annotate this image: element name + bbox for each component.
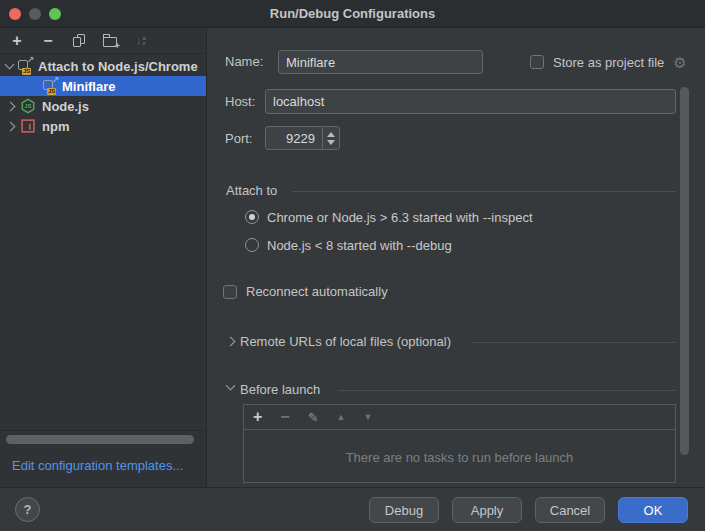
before-launch-panel: + − ✎ ▲ ▼ There are no tasks to run befo… xyxy=(243,404,676,483)
host-label: Host: xyxy=(225,94,255,109)
attach-inspect-radio-label[interactable]: Chrome or Node.js > 6.3 started with --i… xyxy=(267,210,533,225)
help-button[interactable]: ? xyxy=(15,497,40,522)
new-folder-icon[interactable]: + xyxy=(102,33,118,49)
port-stepper[interactable] xyxy=(322,126,340,150)
edit-configuration-templates-link[interactable]: Edit configuration templates... xyxy=(12,458,183,473)
debug-button[interactable]: Debug xyxy=(369,497,439,523)
main-vertical-scrollbar[interactable] xyxy=(680,87,689,455)
svg-text:JS: JS xyxy=(25,103,32,109)
name-label: Name: xyxy=(225,54,263,69)
dialog-footer: ? Debug Apply Cancel OK xyxy=(0,487,705,531)
port-label: Port: xyxy=(225,131,252,146)
tree-item-label: Node.js xyxy=(42,99,89,114)
apply-button[interactable]: Apply xyxy=(452,497,522,523)
stepper-down-icon[interactable] xyxy=(327,140,335,145)
copy-configuration-icon[interactable] xyxy=(71,33,87,49)
attach-nodejs-chrome-icon: ↗ JS xyxy=(42,78,59,94)
attach-debug-radio-label[interactable]: Node.js < 8 started with --debug xyxy=(267,238,452,253)
tree-item-label: Miniflare xyxy=(62,79,115,94)
attach-inspect-radio[interactable] xyxy=(245,210,259,224)
sidebar-divider xyxy=(0,430,207,431)
dialog-title: Run/Debug Configurations xyxy=(0,6,705,21)
chevron-right-icon[interactable] xyxy=(226,337,236,347)
edit-task-icon: ✎ xyxy=(308,410,319,425)
store-as-project-file-label: Store as project file xyxy=(553,55,664,70)
store-as-project-file-checkbox[interactable] xyxy=(530,55,544,69)
configurations-sidebar: + − + ↓ az ↗ JS Attach to Node.js/Chrome… xyxy=(0,28,207,487)
stepper-up-icon[interactable] xyxy=(327,132,335,137)
sidebar-horizontal-scrollbar[interactable] xyxy=(6,435,194,444)
remove-task-icon: − xyxy=(280,410,289,424)
nodejs-icon: JS xyxy=(20,98,36,114)
dialog-buttons: Debug Apply Cancel OK xyxy=(369,497,688,523)
gear-icon[interactable]: ⚙ xyxy=(673,55,686,70)
tree-item-label: npm xyxy=(42,119,69,134)
remove-configuration-icon[interactable]: − xyxy=(40,33,56,49)
move-down-icon: ▼ xyxy=(364,412,373,422)
tree-item-npm[interactable]: npm xyxy=(0,116,207,136)
tree-item-attach-group[interactable]: ↗ JS Attach to Node.js/Chrome xyxy=(0,56,207,76)
before-launch-toolbar: + − ✎ ▲ ▼ xyxy=(244,405,675,430)
configuration-form: Name: Store as project file ⚙ Host: Port… xyxy=(208,28,705,487)
host-input[interactable] xyxy=(265,89,676,114)
port-input[interactable] xyxy=(265,126,323,150)
title-bar: Run/Debug Configurations xyxy=(0,0,705,28)
tree-item-nodejs[interactable]: JS Node.js xyxy=(0,96,207,116)
section-divider xyxy=(471,342,676,343)
chevron-right-icon[interactable] xyxy=(6,121,16,131)
before-launch-section-title[interactable]: Before launch xyxy=(240,382,320,397)
name-input[interactable] xyxy=(278,50,483,74)
section-divider xyxy=(292,191,676,192)
reconnect-automatically-checkbox[interactable] xyxy=(223,285,237,299)
tree-item-miniflare[interactable]: ↗ JS Miniflare xyxy=(0,76,207,96)
chevron-down-icon[interactable] xyxy=(5,60,15,70)
sidebar-toolbar: + − + ↓ az xyxy=(0,28,206,54)
attach-debug-radio[interactable] xyxy=(245,238,259,252)
reconnect-group: Reconnect automatically xyxy=(223,284,388,299)
chevron-right-icon[interactable] xyxy=(6,101,16,111)
store-as-project-file-group: Store as project file ⚙ xyxy=(530,50,687,74)
add-configuration-icon[interactable]: + xyxy=(9,33,25,49)
attach-nodejs-chrome-icon: ↗ JS xyxy=(17,58,34,74)
move-up-icon: ▲ xyxy=(337,412,346,422)
cancel-button[interactable]: Cancel xyxy=(535,497,605,523)
ok-button[interactable]: OK xyxy=(618,497,688,523)
tree-item-label: Attach to Node.js/Chrome xyxy=(38,59,198,74)
add-task-icon[interactable]: + xyxy=(253,410,262,424)
run-debug-configurations-dialog: Run/Debug Configurations + − + ↓ az ↗ JS… xyxy=(0,0,705,531)
section-divider xyxy=(339,390,676,391)
before-launch-empty-text: There are no tasks to run before launch xyxy=(244,450,675,465)
remote-urls-section-title[interactable]: Remote URLs of local files (optional) xyxy=(240,334,451,349)
reconnect-automatically-label[interactable]: Reconnect automatically xyxy=(246,284,388,299)
npm-icon xyxy=(20,118,36,134)
attach-to-section-title: Attach to xyxy=(226,183,277,198)
sort-az-icon: ↓ az xyxy=(133,33,149,49)
chevron-down-icon[interactable] xyxy=(226,381,236,391)
